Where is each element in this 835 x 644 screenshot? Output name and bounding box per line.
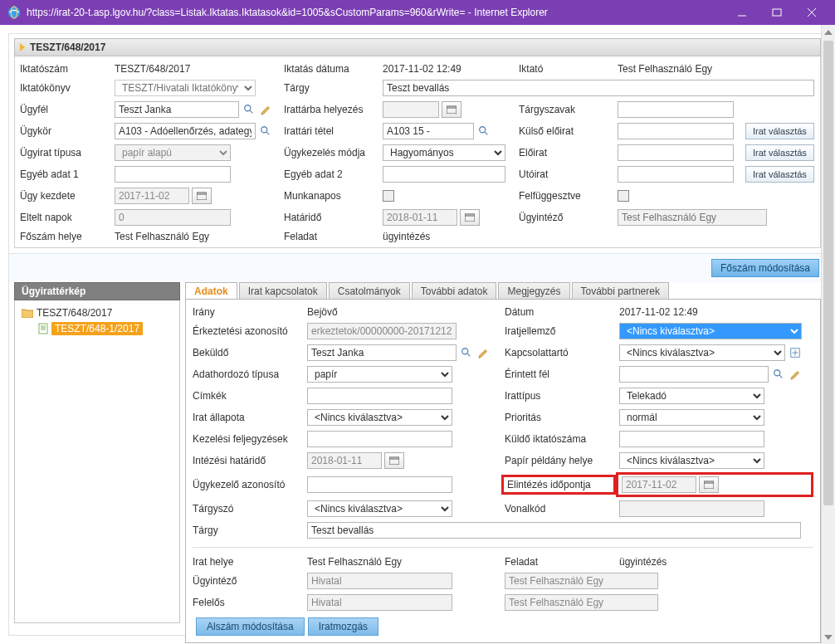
window-minimize[interactable]: [725, 2, 759, 23]
ie-icon: [7, 5, 22, 20]
window-titlebar: https://irat-20-t.asp.lgov.hu/?class=Lis…: [0, 0, 835, 25]
svg-rect-3: [773, 9, 781, 16]
window-maximize[interactable]: [760, 2, 793, 23]
window-close[interactable]: [795, 2, 828, 23]
window-title: https://irat-20-t.asp.lgov.hu/?class=Lis…: [27, 7, 725, 18]
